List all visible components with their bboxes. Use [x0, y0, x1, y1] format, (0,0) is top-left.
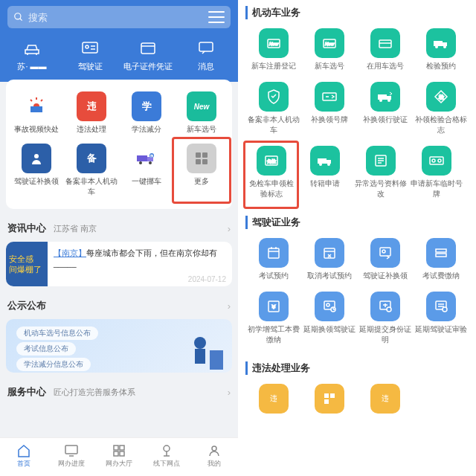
service-icon: 转	[310, 146, 340, 176]
news-card[interactable]: 安全感 间爆棚了 【南京】每座城市都会下雨，但在南京你却有_____2024-0…	[6, 242, 232, 286]
svg-point-88	[443, 307, 447, 312]
qa-replace[interactable]: 驾驶证补换领	[9, 139, 64, 202]
service-item[interactable]: 备案非本人机动车	[245, 79, 301, 143]
tab-home[interactable]: 首页	[0, 438, 48, 476]
qa-more[interactable]: 更多	[172, 137, 231, 204]
home-icon	[16, 443, 31, 458]
svg-point-62	[432, 159, 435, 162]
svg-point-77	[327, 303, 329, 306]
svg-point-48	[387, 99, 390, 102]
svg-rect-19	[196, 152, 201, 158]
truck-icon: 挪	[132, 144, 161, 173]
qa-register[interactable]: 备备案非本人机动车	[64, 139, 119, 202]
car-icon	[22, 39, 42, 56]
qa-accident[interactable]: 事故视频快处	[9, 87, 64, 139]
service-icon: 免检	[257, 146, 286, 176]
v-item[interactable]: 违	[245, 381, 301, 424]
service-item[interactable]: ¥初学增驾工本费缴纳	[245, 289, 301, 353]
menu-icon[interactable]	[208, 9, 225, 25]
service-item[interactable]: 异常选号资料修改	[353, 143, 408, 207]
nav-license[interactable]: 驾驶证	[61, 37, 119, 72]
tab-progress[interactable]: 网办进度	[48, 438, 95, 476]
svg-rect-13	[137, 155, 147, 161]
search-bar[interactable]	[7, 6, 231, 28]
info-header[interactable]: 资讯中心 江苏省 南京 ›	[0, 215, 238, 242]
svg-rect-29	[120, 446, 124, 450]
v-item[interactable]	[301, 381, 357, 424]
pub-header[interactable]: 公示公布 ›	[0, 292, 238, 319]
service-item[interactable]: 考试预约	[245, 235, 301, 289]
service-icon	[366, 146, 396, 176]
svg-point-33	[212, 446, 216, 451]
service-item[interactable]: New新车注册登记	[245, 25, 301, 79]
svg-rect-31	[120, 451, 124, 456]
service-icon	[315, 238, 344, 268]
service-icon: 检	[426, 82, 456, 112]
svg-rect-72	[436, 249, 446, 252]
pub-tag: 考试信息公布	[16, 342, 76, 356]
service-icon	[426, 238, 456, 268]
service-icon	[370, 82, 400, 112]
service-item[interactable]: 申请新车临时号牌	[408, 143, 464, 207]
qa-newcar[interactable]: New新车选号	[174, 87, 229, 139]
license-icon	[80, 40, 100, 55]
more-icon	[187, 144, 216, 173]
service-item[interactable]: 免检免检车申领检验标志	[243, 141, 299, 209]
svg-rect-8	[30, 106, 42, 112]
service-item[interactable]: 补换领行驶证	[357, 79, 413, 143]
svg-rect-40	[434, 41, 443, 46]
svg-point-71	[382, 250, 385, 253]
nav-vehicle[interactable]: 苏· ▬▬	[3, 37, 61, 72]
service-item[interactable]: 延期提交身份证明	[357, 289, 413, 353]
service-item[interactable]: New新车选号	[301, 25, 357, 79]
svg-point-16	[149, 161, 152, 164]
violation-icon: 违	[370, 384, 400, 414]
nav-msg[interactable]: 消息	[177, 37, 235, 72]
tab-me[interactable]: 我的	[190, 438, 238, 476]
svg-rect-22	[202, 159, 208, 164]
svg-rect-30	[114, 451, 118, 456]
service-item[interactable]: 考试费缴纳	[413, 235, 469, 289]
svg-text:New: New	[324, 42, 334, 46]
violation-icon	[315, 384, 344, 414]
svg-point-54	[319, 163, 322, 166]
svg-point-12	[34, 154, 39, 158]
pub-tag: 学法减分信息公布	[16, 358, 91, 371]
svg-rect-52	[318, 158, 327, 164]
v-item[interactable]: 违	[357, 381, 413, 424]
service-item[interactable]: 驾驶证补换领	[357, 235, 413, 289]
service-item[interactable]: 检补领检验合格标志	[413, 79, 469, 143]
svg-rect-20	[202, 152, 208, 158]
quick-actions-card: 事故视频快处 违违法处理 学学法减分 New新车选号 驾驶证补换领 备备案非本人…	[6, 80, 232, 209]
qa-study[interactable]: 学学法减分	[119, 87, 174, 139]
qa-move[interactable]: 挪一键挪车	[119, 139, 174, 202]
service-item[interactable]: 转转籍申请	[297, 143, 353, 207]
service-icon	[426, 292, 456, 321]
sec-vehicle-title: 机动车业务	[245, 6, 469, 19]
svg-point-23	[194, 337, 206, 349]
service-item[interactable]: 延期驾驶证审验	[413, 289, 469, 353]
pub-banner[interactable]: 机动车选号信息公布 考试信息公布 学法减分信息公布	[6, 319, 232, 373]
svc-sub: 匠心打造完善服务体系	[54, 387, 228, 398]
svg-rect-7	[199, 42, 213, 51]
svc-header[interactable]: 服务中心 匠心打造完善服务体系 ›	[0, 379, 238, 405]
search-icon	[13, 12, 24, 22]
service-item[interactable]: 补换领号牌	[301, 79, 357, 143]
tab-hall[interactable]: 网办大厅	[95, 438, 143, 476]
service-item[interactable]: 延期换领驾驶证	[301, 289, 357, 353]
svg-point-84	[387, 307, 391, 312]
nav-ecert[interactable]: 电子证件凭证	[119, 37, 177, 72]
tab-offline[interactable]: 线下网点	[143, 438, 190, 476]
svg-line-1	[20, 19, 22, 21]
qa-violation[interactable]: 违违法处理	[64, 87, 119, 139]
service-item[interactable]: 取消考试预约	[301, 235, 357, 289]
service-item[interactable]: 检验预约	[413, 25, 469, 79]
service-icon	[315, 292, 344, 321]
wallet-icon	[140, 40, 156, 55]
svg-point-0	[15, 13, 21, 19]
svg-rect-21	[196, 159, 201, 164]
monitor-icon	[64, 443, 79, 458]
service-item[interactable]: 在用车选号	[357, 25, 413, 79]
search-input[interactable]	[28, 12, 204, 23]
service-icon	[370, 292, 400, 321]
